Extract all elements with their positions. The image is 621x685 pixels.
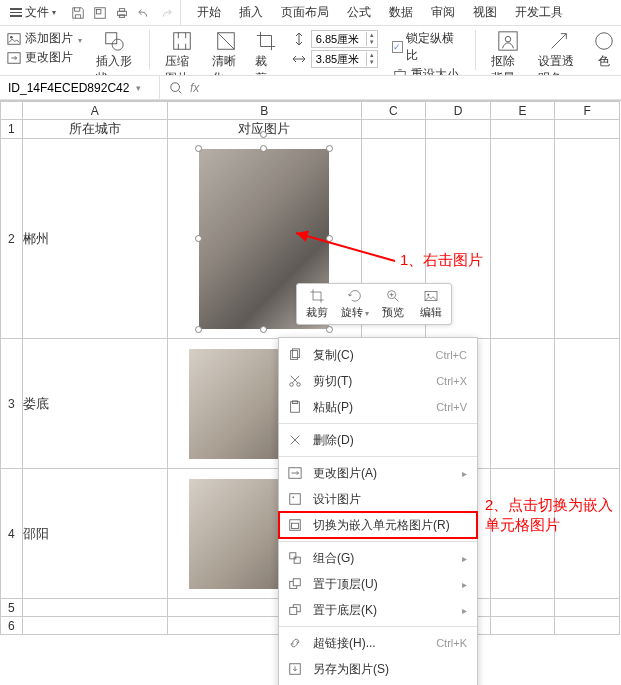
name-box[interactable]: ▾ (0, 76, 160, 99)
cell[interactable]: 娄底 (22, 339, 167, 469)
svg-rect-5 (8, 33, 20, 44)
print-preview-icon[interactable] (92, 5, 108, 21)
ctx-change-pic[interactable]: 更改图片(A)▸ (279, 460, 477, 486)
col-header[interactable]: C (361, 102, 426, 120)
width-input[interactable]: ▲▼ (311, 50, 378, 68)
rotate-handle[interactable] (260, 131, 267, 138)
reset-size-button[interactable]: 重设大小 (392, 66, 459, 76)
add-image-button[interactable]: 添加图片 (6, 30, 82, 47)
row-header[interactable]: 2 (1, 139, 23, 339)
clarity-icon (215, 30, 237, 52)
width-icon (291, 51, 307, 67)
mini-preview-button[interactable]: 预览 (375, 288, 411, 320)
group-icon (287, 550, 303, 566)
set-transparent-button[interactable]: 设置透明色 (538, 30, 579, 76)
height-input[interactable]: ▲▼ (311, 30, 378, 48)
swap-image-icon (287, 465, 303, 481)
undo-icon[interactable] (136, 5, 152, 21)
save-image-icon (287, 661, 303, 677)
tab-formula[interactable]: 公式 (339, 0, 379, 25)
svg-rect-36 (290, 607, 297, 614)
remove-bg-button[interactable]: 抠除背景 (491, 30, 524, 76)
ctx-copy[interactable]: 复制(C)Ctrl+C (279, 342, 477, 368)
select-all-corner[interactable] (1, 102, 23, 120)
ctx-save-as-pic[interactable]: 另存为图片(S) (279, 656, 477, 682)
paste-icon (287, 399, 303, 415)
ctx-design-pic[interactable]: 设计图片 (279, 486, 477, 512)
fx-search-icon[interactable] (168, 80, 184, 96)
col-header[interactable]: A (22, 102, 167, 120)
image-icon (6, 31, 22, 47)
ctx-to-front[interactable]: 置于顶层(U)▸ (279, 571, 477, 597)
svg-point-28 (292, 496, 294, 498)
col-header[interactable]: E (490, 102, 555, 120)
ctx-to-cell-pic[interactable]: 切换为嵌入单元格图片(R) (279, 512, 477, 538)
tab-data[interactable]: 数据 (381, 0, 421, 25)
insert-shape-button[interactable]: 插入形状 (96, 30, 133, 76)
svg-point-9 (113, 39, 124, 50)
svg-rect-8 (106, 33, 117, 44)
print-icon[interactable] (114, 5, 130, 21)
tab-dev[interactable]: 开发工具 (507, 0, 571, 25)
svg-point-15 (596, 33, 613, 50)
svg-point-16 (171, 82, 180, 91)
ctx-paste[interactable]: 粘贴(P)Ctrl+V (279, 394, 477, 420)
col-header[interactable]: F (555, 102, 620, 120)
row-header[interactable]: 4 (1, 469, 23, 599)
row-header[interactable]: 1 (1, 120, 23, 139)
change-image-button[interactable]: 更改图片 (6, 49, 82, 66)
swap-image-icon (6, 50, 22, 66)
row-header[interactable]: 6 (1, 617, 23, 635)
ctx-to-back[interactable]: 置于底层(K)▸ (279, 597, 477, 623)
tab-view[interactable]: 视图 (465, 0, 505, 25)
image-mini-toolbar: 裁剪 旋转 预览 编辑 (296, 283, 452, 325)
ctx-group[interactable]: 组合(G)▸ (279, 545, 477, 571)
tab-review[interactable]: 审阅 (423, 0, 463, 25)
ctx-cut[interactable]: 剪切(T)Ctrl+X (279, 368, 477, 394)
svg-point-22 (290, 383, 294, 387)
tab-insert[interactable]: 插入 (231, 0, 271, 25)
palette-icon (593, 30, 615, 52)
ctx-delete[interactable]: 删除(D) (279, 427, 477, 453)
redo-icon[interactable] (158, 5, 174, 21)
svg-line-40 (296, 233, 395, 261)
clarity-button[interactable]: 清晰化 (212, 30, 241, 76)
tab-start[interactable]: 开始 (189, 0, 229, 25)
rotate-icon (347, 288, 363, 304)
mini-edit-button[interactable]: 编辑 (413, 288, 449, 320)
cell[interactable]: 邵阳 (22, 469, 167, 599)
save-icon[interactable] (70, 5, 86, 21)
annotation-2-line1: 2、点击切换为嵌入 (485, 496, 613, 515)
app-menu-button[interactable]: 文件 ▾ (4, 0, 62, 25)
mini-rotate-button[interactable]: 旋转 (337, 288, 373, 320)
bring-front-icon (287, 576, 303, 592)
tab-page-layout[interactable]: 页面布局 (273, 0, 337, 25)
ribbon-tabs: 开始 插入 页面布局 公式 数据 审阅 视图 开发工具 (183, 0, 571, 25)
color-button[interactable]: 色 (593, 30, 615, 70)
row-header[interactable]: 5 (1, 599, 23, 617)
svg-rect-30 (292, 523, 299, 528)
row-header[interactable]: 3 (1, 339, 23, 469)
crop-button[interactable]: 裁剪 (255, 30, 277, 76)
compress-icon (171, 30, 193, 52)
col-header[interactable]: B (167, 102, 361, 120)
cell[interactable]: 郴州 (22, 139, 167, 339)
compress-button[interactable]: 压缩图片 (165, 30, 198, 76)
cut-icon (287, 373, 303, 389)
send-back-icon (287, 602, 303, 618)
formula-bar: ▾ fx (0, 76, 621, 100)
preview-icon (385, 288, 401, 304)
annotation-arrow (290, 227, 400, 267)
lock-ratio-checkbox[interactable]: ✓锁定纵横比 (392, 30, 459, 64)
cell[interactable]: 所在城市 (22, 120, 167, 139)
svg-rect-3 (119, 8, 124, 11)
col-header[interactable]: D (426, 102, 491, 120)
file-menu-label: 文件 (25, 4, 49, 21)
reset-icon (392, 67, 408, 77)
link-icon (287, 635, 303, 651)
svg-point-14 (505, 36, 511, 42)
ctx-hyperlink[interactable]: 超链接(H)...Ctrl+K (279, 630, 477, 656)
context-menu: 复制(C)Ctrl+C 剪切(T)Ctrl+X 粘贴(P)Ctrl+V 删除(D… (278, 337, 478, 685)
height-icon (291, 31, 307, 47)
mini-crop-button[interactable]: 裁剪 (299, 288, 335, 320)
